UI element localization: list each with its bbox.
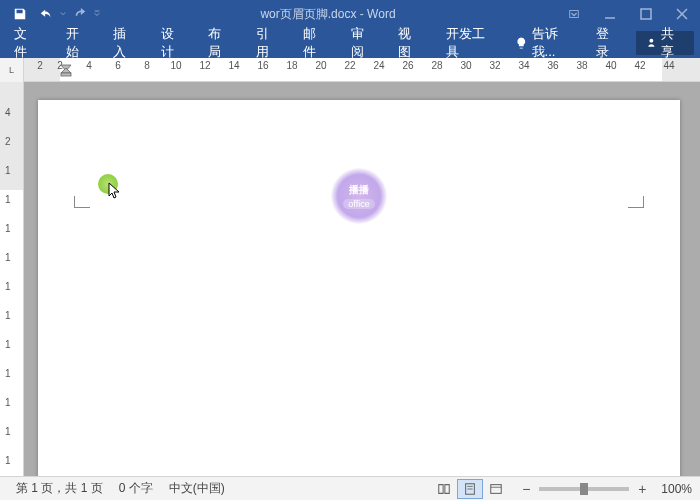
zoom-control: − + 100% bbox=[519, 482, 692, 496]
page[interactable]: 播播 office bbox=[38, 100, 680, 476]
zoom-slider-thumb[interactable] bbox=[580, 483, 588, 495]
web-layout-button[interactable] bbox=[483, 479, 509, 499]
window-controls bbox=[556, 0, 700, 28]
ribbon-tabs: 文件 开始 插入 设计 布局 引用 邮件 审阅 视图 开发工具 告诉我... 登… bbox=[0, 28, 700, 58]
undo-button[interactable] bbox=[34, 2, 58, 26]
svg-rect-10 bbox=[491, 484, 502, 493]
language-status[interactable]: 中文(中国) bbox=[161, 480, 233, 497]
document-area[interactable]: 播播 office bbox=[24, 82, 700, 476]
minimize-button[interactable] bbox=[592, 0, 628, 28]
top-margin-indicator[interactable] bbox=[0, 82, 23, 190]
share-icon bbox=[646, 37, 657, 49]
watermark: 播播 office bbox=[331, 168, 387, 224]
maximize-button[interactable] bbox=[628, 0, 664, 28]
save-button[interactable] bbox=[8, 2, 32, 26]
workspace: 4211111111111 播播 office bbox=[0, 82, 700, 476]
tab-selector[interactable]: L bbox=[0, 58, 24, 82]
tab-file[interactable]: 文件 bbox=[0, 28, 54, 58]
hanging-indent-marker[interactable] bbox=[60, 63, 72, 81]
qat-dropdown-icon[interactable] bbox=[60, 2, 66, 26]
share-label: 共享 bbox=[661, 25, 684, 61]
tell-me-search[interactable]: 告诉我... bbox=[505, 25, 586, 61]
tab-mailings[interactable]: 邮件 bbox=[291, 28, 339, 58]
sign-in-button[interactable]: 登录 bbox=[586, 28, 630, 58]
cursor-arrow-icon bbox=[108, 182, 122, 200]
tab-developer[interactable]: 开发工具 bbox=[434, 28, 505, 58]
window-title: wor页眉页脚.docx - Word bbox=[100, 6, 556, 23]
page-count[interactable]: 第 1 页，共 1 页 bbox=[8, 480, 111, 497]
share-button[interactable]: 共享 bbox=[636, 31, 694, 55]
vertical-ruler[interactable]: 4211111111111 bbox=[0, 82, 24, 476]
tab-insert[interactable]: 插入 bbox=[101, 28, 149, 58]
tab-view[interactable]: 视图 bbox=[386, 28, 434, 58]
redo-button[interactable] bbox=[68, 2, 92, 26]
svg-point-5 bbox=[649, 39, 653, 43]
tab-home[interactable]: 开始 bbox=[54, 28, 102, 58]
zoom-out-button[interactable]: − bbox=[519, 482, 533, 496]
header-boundary-left bbox=[74, 196, 90, 208]
tab-layout[interactable]: 布局 bbox=[196, 28, 244, 58]
horizontal-ruler[interactable]: 2246810121416182022242628303234363840424… bbox=[24, 58, 700, 81]
status-bar: 第 1 页，共 1 页 0 个字 中文(中国) − + 100% bbox=[0, 476, 700, 500]
read-mode-button[interactable] bbox=[431, 479, 457, 499]
tell-me-label: 告诉我... bbox=[532, 25, 577, 61]
ribbon-display-button[interactable] bbox=[556, 0, 592, 28]
tab-design[interactable]: 设计 bbox=[149, 28, 197, 58]
watermark-text-1: 播播 bbox=[349, 183, 369, 197]
word-count[interactable]: 0 个字 bbox=[111, 480, 161, 497]
view-buttons bbox=[431, 479, 509, 499]
quick-access-toolbar bbox=[0, 2, 100, 26]
lightbulb-icon bbox=[515, 36, 528, 50]
tab-review[interactable]: 审阅 bbox=[339, 28, 387, 58]
svg-rect-2 bbox=[641, 9, 651, 19]
zoom-percentage[interactable]: 100% bbox=[655, 482, 692, 496]
watermark-text-2: office bbox=[343, 199, 374, 209]
svg-rect-6 bbox=[61, 73, 71, 76]
close-button[interactable] bbox=[664, 0, 700, 28]
tab-references[interactable]: 引用 bbox=[244, 28, 292, 58]
horizontal-ruler-area: L 22468101214161820222426283032343638404… bbox=[0, 58, 700, 82]
cursor-highlight bbox=[98, 174, 118, 194]
header-boundary-right bbox=[628, 196, 644, 208]
zoom-slider[interactable] bbox=[539, 487, 629, 491]
zoom-in-button[interactable]: + bbox=[635, 482, 649, 496]
title-bar: wor页眉页脚.docx - Word bbox=[0, 0, 700, 28]
print-layout-button[interactable] bbox=[457, 479, 483, 499]
